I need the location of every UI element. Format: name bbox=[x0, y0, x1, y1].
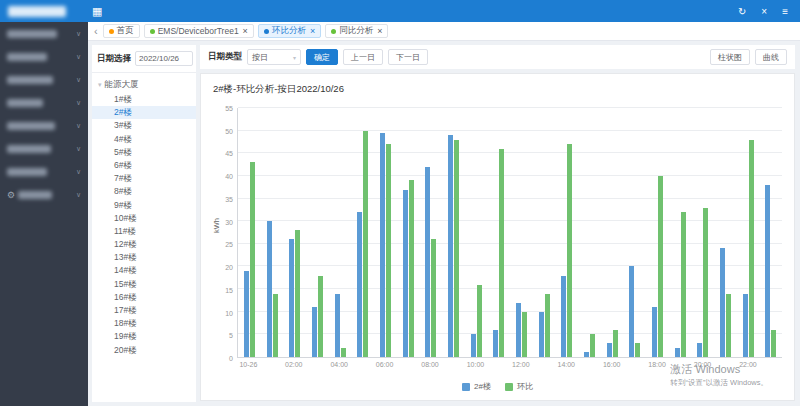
confirm-button[interactable]: 确定 bbox=[306, 49, 338, 65]
bar-2#楼[interactable] bbox=[629, 266, 634, 357]
y-tick-label: 50 bbox=[225, 127, 233, 134]
tree-item-20#楼[interactable]: 20#楼 bbox=[92, 344, 196, 357]
bar-2#楼[interactable] bbox=[743, 294, 748, 357]
prev-day-button[interactable]: 上一日 bbox=[343, 49, 383, 65]
tree-item-4#楼[interactable]: 4#楼 bbox=[92, 133, 196, 146]
menu-icon[interactable]: ≡ bbox=[782, 6, 788, 17]
sidebar-item[interactable]: ∨ bbox=[0, 91, 88, 114]
apps-icon[interactable]: ▦ bbox=[92, 0, 102, 22]
close-icon[interactable]: × bbox=[761, 6, 767, 17]
refresh-icon[interactable]: ↻ bbox=[738, 6, 746, 17]
tab-close-icon[interactable]: × bbox=[310, 27, 315, 36]
tab-EMS/DeviceborTree1[interactable]: EMS/DeviceborTree1× bbox=[144, 24, 254, 38]
bar-环比[interactable] bbox=[295, 230, 300, 357]
tree-item-6#楼[interactable]: 6#楼 bbox=[92, 159, 196, 172]
tree-item-13#楼[interactable]: 13#楼 bbox=[92, 251, 196, 264]
legend-item-环比[interactable]: 环比 bbox=[505, 381, 533, 392]
bar-环比[interactable] bbox=[635, 343, 640, 357]
bar-2#楼[interactable] bbox=[697, 343, 702, 357]
bar-group bbox=[397, 108, 420, 357]
bar-环比[interactable] bbox=[545, 294, 550, 357]
bar-2#楼[interactable] bbox=[244, 271, 249, 357]
bar-环比[interactable] bbox=[749, 140, 754, 357]
next-day-button[interactable]: 下一日 bbox=[388, 49, 428, 65]
bar-环比[interactable] bbox=[658, 176, 663, 357]
bar-2#楼[interactable] bbox=[380, 133, 385, 357]
bar-环比[interactable] bbox=[341, 348, 346, 357]
bar-2#楼[interactable] bbox=[471, 334, 476, 357]
tree-item-2#楼[interactable]: 2#楼 bbox=[92, 106, 196, 119]
bar-2#楼[interactable] bbox=[289, 239, 294, 357]
sidebar-item[interactable]: ∨ bbox=[0, 22, 88, 45]
bar-2#楼[interactable] bbox=[584, 352, 589, 357]
sidebar-item[interactable]: ⚙∨ bbox=[0, 183, 88, 206]
bar-2#楼[interactable] bbox=[539, 312, 544, 357]
tree-item-11#楼[interactable]: 11#楼 bbox=[92, 225, 196, 238]
tree-item-3#楼[interactable]: 3#楼 bbox=[92, 119, 196, 132]
bar-环比[interactable] bbox=[613, 330, 618, 357]
tree-item-1#楼[interactable]: 1#楼 bbox=[92, 93, 196, 106]
bar-2#楼[interactable] bbox=[357, 212, 362, 357]
bar-2#楼[interactable] bbox=[425, 167, 430, 357]
tree-item-17#楼[interactable]: 17#楼 bbox=[92, 304, 196, 317]
bar-环比[interactable] bbox=[726, 294, 731, 357]
bar-2#楼[interactable] bbox=[765, 185, 770, 357]
sidebar-item[interactable]: ∨ bbox=[0, 137, 88, 160]
tree-item-10#楼[interactable]: 10#楼 bbox=[92, 212, 196, 225]
tree-root[interactable]: ▾ 能源大厦 bbox=[92, 77, 196, 93]
tree-item-7#楼[interactable]: 7#楼 bbox=[92, 172, 196, 185]
bar-环比[interactable] bbox=[386, 144, 391, 357]
sidebar-item[interactable]: ∨ bbox=[0, 68, 88, 91]
back-chevron-icon[interactable]: ‹ bbox=[94, 25, 98, 37]
bar-chart-button[interactable]: 柱状图 bbox=[710, 49, 750, 65]
bar-环比[interactable] bbox=[703, 208, 708, 357]
bar-2#楼[interactable] bbox=[335, 294, 340, 357]
tab-close-icon[interactable]: × bbox=[243, 27, 248, 36]
tab-同比分析[interactable]: 同比分析× bbox=[325, 24, 388, 38]
tree-item-16#楼[interactable]: 16#楼 bbox=[92, 291, 196, 304]
bar-2#楼[interactable] bbox=[607, 343, 612, 357]
tab-环比分析[interactable]: 环比分析× bbox=[258, 24, 321, 38]
bar-环比[interactable] bbox=[273, 294, 278, 357]
bar-2#楼[interactable] bbox=[493, 330, 498, 357]
bar-环比[interactable] bbox=[522, 312, 527, 357]
bar-2#楼[interactable] bbox=[403, 190, 408, 358]
tree-item-8#楼[interactable]: 8#楼 bbox=[92, 185, 196, 198]
bar-2#楼[interactable] bbox=[516, 303, 521, 357]
tree-item-19#楼[interactable]: 19#楼 bbox=[92, 330, 196, 343]
tree-item-18#楼[interactable]: 18#楼 bbox=[92, 317, 196, 330]
legend-item-2#楼[interactable]: 2#楼 bbox=[462, 381, 491, 392]
bar-2#楼[interactable] bbox=[675, 348, 680, 357]
bar-环比[interactable] bbox=[499, 149, 504, 357]
tab-首页[interactable]: 首页 bbox=[103, 24, 140, 38]
tree-item-12#楼[interactable]: 12#楼 bbox=[92, 238, 196, 251]
tab-close-icon[interactable]: × bbox=[377, 27, 382, 36]
bar-环比[interactable] bbox=[454, 140, 459, 357]
bar-环比[interactable] bbox=[409, 180, 414, 357]
bar-环比[interactable] bbox=[681, 212, 686, 357]
bar-2#楼[interactable] bbox=[267, 221, 272, 357]
bar-2#楼[interactable] bbox=[448, 135, 453, 357]
bar-环比[interactable] bbox=[567, 144, 572, 357]
date-input[interactable] bbox=[135, 51, 193, 66]
bar-环比[interactable] bbox=[431, 239, 436, 357]
sidebar-item[interactable]: ∨ bbox=[0, 160, 88, 183]
bar-2#楼[interactable] bbox=[312, 307, 317, 357]
bar-2#楼[interactable] bbox=[720, 248, 725, 357]
tree-item-5#楼[interactable]: 5#楼 bbox=[92, 146, 196, 159]
bar-环比[interactable] bbox=[250, 162, 255, 357]
bar-环比[interactable] bbox=[477, 285, 482, 357]
bar-环比[interactable] bbox=[363, 131, 368, 357]
date-type-select[interactable]: 按日 ▾ bbox=[247, 49, 301, 65]
line-chart-button[interactable]: 曲线 bbox=[755, 49, 787, 65]
tree-item-9#楼[interactable]: 9#楼 bbox=[92, 199, 196, 212]
bar-环比[interactable] bbox=[318, 276, 323, 357]
bar-2#楼[interactable] bbox=[561, 276, 566, 357]
tree-item-14#楼[interactable]: 14#楼 bbox=[92, 264, 196, 277]
sidebar-item[interactable]: ∨ bbox=[0, 45, 88, 68]
bar-环比[interactable] bbox=[590, 334, 595, 357]
sidebar-item[interactable]: ∨ bbox=[0, 114, 88, 137]
bar-环比[interactable] bbox=[771, 330, 776, 357]
bar-2#楼[interactable] bbox=[652, 307, 657, 357]
tree-item-15#楼[interactable]: 15#楼 bbox=[92, 278, 196, 291]
